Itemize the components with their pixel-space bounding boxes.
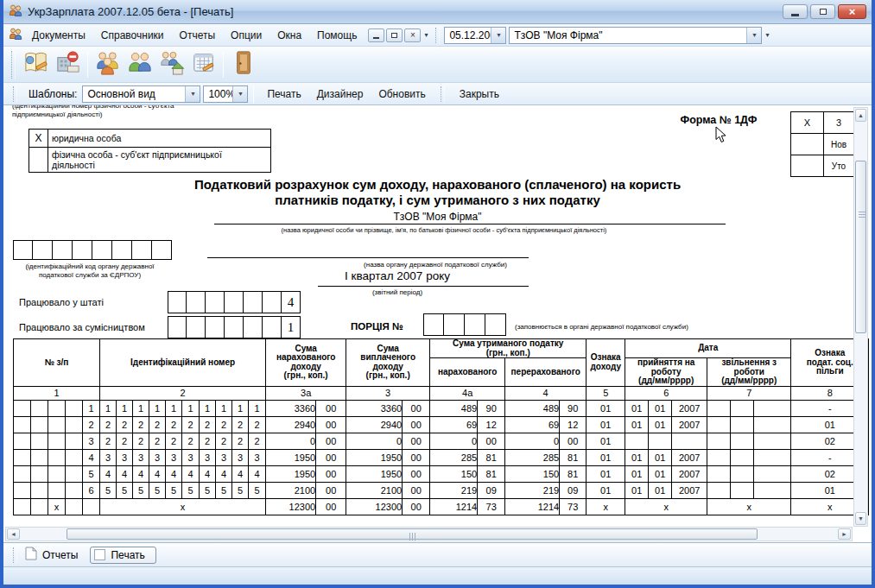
table-cell: 5 <box>83 465 100 482</box>
personnel-icon <box>126 49 153 79</box>
col-header-fire-date: звільнення з роботи (дд/мм/рррр) <box>707 358 791 387</box>
menu-item-documents[interactable]: Документы <box>24 27 93 44</box>
table-cell: 4 <box>216 465 232 482</box>
tab-print[interactable]: Печать <box>90 547 155 564</box>
toolbar-overflow-icon[interactable]: ▾ <box>421 31 431 39</box>
horizontal-scroll-thumb[interactable] <box>67 528 758 540</box>
combo-overflow-icon[interactable]: ▾ <box>762 31 772 39</box>
table-cell: 1214 <box>430 498 478 515</box>
chevron-down-icon[interactable]: ▼ <box>232 86 247 102</box>
tax-office-caption: (назва органу державної податкової служб… <box>263 261 608 269</box>
form-number-label: Форма № 1ДФ <box>632 114 805 126</box>
close-preview-button[interactable]: Закрыть <box>452 85 507 103</box>
work-date-combobox[interactable]: 05.12.2007 ▼ <box>444 27 506 44</box>
menu-item-windows[interactable]: Окна <box>269 27 309 44</box>
portion-label: ПОРЦІЯ № <box>351 321 403 332</box>
print-tab-label: Печать <box>111 549 144 561</box>
table-cell: 0 <box>505 433 560 449</box>
table-cell <box>14 498 31 515</box>
table-cell: 489 <box>430 400 478 416</box>
scroll-up-icon[interactable]: ▲ <box>855 109 866 122</box>
menu-item-reports[interactable]: Отчеты <box>172 27 223 44</box>
table-cell: 4 <box>100 465 117 482</box>
form-box <box>73 240 92 260</box>
table-cell <box>31 482 48 498</box>
template-combobox[interactable]: Основной вид ▼ <box>82 85 200 103</box>
form-box: 4 <box>282 291 301 313</box>
chevron-down-icon[interactable]: ▼ <box>746 28 761 43</box>
vertical-scroll-thumb[interactable] <box>855 161 866 333</box>
table-cell: 1 <box>232 400 249 416</box>
table-cell: 2 <box>232 433 249 449</box>
toolbar-grip <box>13 86 17 102</box>
timesheet-button[interactable] <box>187 48 219 80</box>
table-cell: 00 <box>478 433 505 449</box>
vertical-scrollbar[interactable]: ▲ ▼ <box>853 107 868 527</box>
menu-item-directories[interactable]: Справочники <box>93 27 172 44</box>
company-combobox[interactable]: ТзОВ "Моя Фірма" ▼ <box>509 27 762 44</box>
zoom-value: 100% <box>204 86 232 102</box>
column-number-row: 123а34а45678 <box>14 386 869 400</box>
chevron-down-icon[interactable]: ▼ <box>185 86 200 102</box>
designer-button[interactable]: Дизайнер <box>309 85 371 103</box>
personnel-button[interactable] <box>124 48 155 80</box>
scroll-down-icon[interactable]: ▼ <box>855 512 866 525</box>
table-cell: 1950 <box>346 449 403 465</box>
minimize-icon <box>373 37 379 39</box>
table-cell: 09 <box>478 482 505 498</box>
employees-button[interactable] <box>92 48 124 80</box>
table-cell: 00 <box>316 400 346 416</box>
table-cell: 01 <box>649 416 672 433</box>
close-button[interactable]: × <box>838 4 866 19</box>
tab-reports[interactable]: Отчеты <box>42 549 78 561</box>
status-label: З <box>824 112 854 134</box>
table-cell <box>754 416 791 433</box>
dismissal-button[interactable] <box>155 48 187 80</box>
dismissal-icon <box>158 49 185 79</box>
table-cell: 2100 <box>346 482 403 498</box>
journal-button[interactable] <box>20 48 52 80</box>
table-cell: 81 <box>478 449 505 465</box>
table-cell: 00 <box>403 465 430 482</box>
toolbar-grip <box>11 51 16 79</box>
table-cell: 01 <box>649 400 672 416</box>
table-cell: 01 <box>625 400 649 416</box>
print-button[interactable]: Печать <box>259 85 308 103</box>
titlebar: УкрЗарплата 2007.12.05 бета - [Печать] × <box>3 0 872 24</box>
zoom-combobox[interactable]: 100% ▼ <box>203 85 248 103</box>
table-totals-row: хх12300001230000121473121473хххх <box>14 498 869 515</box>
refresh-button[interactable]: Обновить <box>371 85 433 103</box>
mdi-restore-button[interactable] <box>386 28 403 42</box>
table-cell <box>48 465 66 482</box>
table-cell: 2007 <box>672 400 707 416</box>
minimize-button[interactable] <box>783 4 808 19</box>
scroll-left-icon[interactable]: ◄ <box>7 528 20 540</box>
table-cell: 4 <box>200 465 216 482</box>
menu-item-help[interactable]: Помощь <box>309 27 365 44</box>
table-cell: 2 <box>149 416 166 433</box>
table-cell: 00 <box>560 433 587 449</box>
chevron-down-icon[interactable]: ▼ <box>491 28 505 43</box>
table-cell <box>14 465 31 482</box>
restore-button[interactable] <box>810 4 835 19</box>
staff-count-label: Працювало у штаті <box>19 297 104 307</box>
parttime-boxes: 1 <box>168 316 301 338</box>
top-caption-line2: підприємницької діяльності) <box>12 111 174 119</box>
status-mark <box>791 134 824 155</box>
work-date-value: 05.12.2007 <box>445 28 491 43</box>
form-box <box>263 316 282 338</box>
exit-button[interactable] <box>227 48 259 80</box>
scroll-right-icon[interactable]: ► <box>838 528 851 540</box>
table-cell: 00 <box>403 416 430 433</box>
menu-item-options[interactable]: Опции <box>223 27 269 44</box>
horizontal-scrollbar[interactable]: ◄ ► <box>5 527 853 541</box>
mdi-close-button[interactable]: × <box>404 28 421 42</box>
table-cell: 6 <box>83 482 100 498</box>
table-cell: х <box>707 498 791 515</box>
table-cell: 90 <box>478 400 505 416</box>
table-cell: 12 <box>560 416 587 433</box>
blocked-organization-button[interactable] <box>52 48 84 80</box>
table-cell: 1 <box>133 400 149 416</box>
mdi-minimize-button[interactable] <box>368 28 384 42</box>
table-cell: 1 <box>100 400 117 416</box>
